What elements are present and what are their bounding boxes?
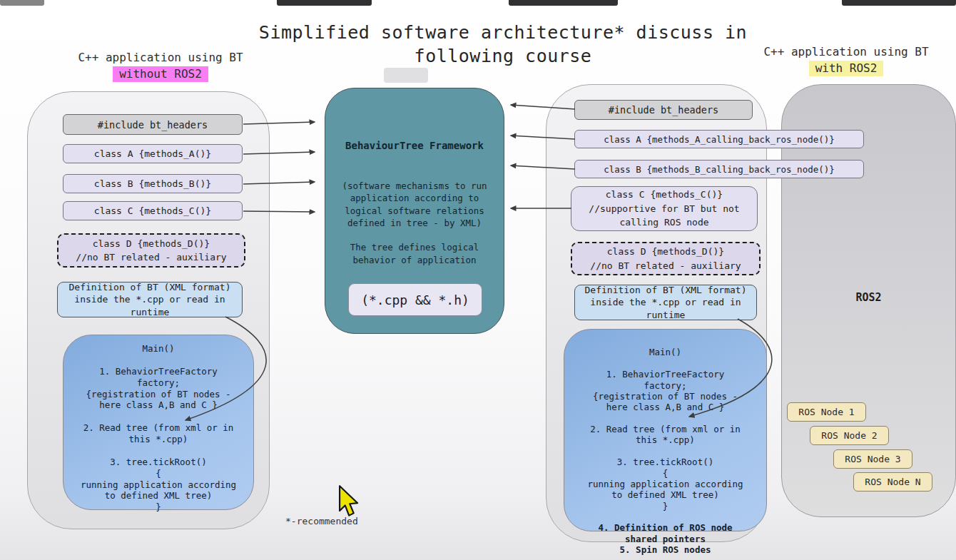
ros-node-n-box: ROS Node N (853, 472, 932, 492)
top-artifact-bar-1 (0, 0, 44, 6)
right-main-steps-1-3: Main() 1. BehaviorTreeFactory factory; {… (564, 347, 766, 511)
top-artifact-bar-3 (509, 0, 618, 6)
left-main-function-box: Main() 1. BehaviorTreeFactory factory; {… (63, 335, 254, 510)
page-title: Simplified software architecture* discus… (214, 21, 792, 68)
framework-files-box: (*.cpp && *.h) (348, 283, 482, 316)
recommended-footnote: *-recommended (285, 516, 378, 526)
right-class-b-box: class B {methods_B_calling_back_ros_node… (574, 160, 864, 178)
left-class-c-box: class C {methods_C()} (63, 201, 243, 220)
left-class-a-box: class A {methods_A()} (63, 144, 243, 163)
page-title-line1: Simplified software architecture* discus… (214, 21, 792, 45)
mouse-cursor-icon (334, 484, 361, 519)
left-column-header: C++ application using BT without ROS2 (50, 50, 271, 82)
ros-node-2-box: ROS Node 2 (810, 426, 889, 445)
right-main-function-box: Main() 1. BehaviorTreeFactory factory; {… (564, 329, 767, 531)
left-class-d-box: class D {methods_D()} //no BT related - … (57, 233, 245, 268)
right-class-a-box: class A {methods_A_calling_back_ros_node… (574, 130, 864, 148)
highlight-with-ros2: with ROS2 (809, 61, 884, 77)
right-main-steps-4-5: 4. Definition of ROS node shared pointer… (564, 522, 766, 555)
right-class-c-box: class C {methods_C()} //supportive for B… (571, 186, 758, 231)
left-bt-definition-box: Definition of BT (XML format) inside the… (57, 282, 243, 317)
framework-title: BehaviourTree Framework (325, 140, 504, 151)
left-include-bt-headers-box: #include bt_headers (63, 114, 243, 135)
right-column-header-text: C++ application using BT (736, 44, 956, 60)
highlight-without-ros2: without ROS2 (113, 66, 208, 83)
right-class-d-box: class D {methods_D()} //no BT related - … (571, 242, 761, 275)
top-artifact-bar-2 (277, 0, 372, 6)
right-column-header: C++ application using BT with ROS2 (736, 44, 956, 76)
left-column-header-text: C++ application using BT (50, 50, 271, 66)
ros-node-3-box: ROS Node 3 (833, 449, 912, 469)
right-bt-definition-box: Definition of BT (XML format) inside the… (574, 285, 757, 320)
left-class-b-box: class B {methods_B()} (63, 174, 243, 193)
ros2-panel-title: ROS2 (781, 291, 956, 304)
right-include-bt-headers-box: #include bt_headers (574, 100, 753, 120)
framework-description: (software mechanisms to run application … (325, 180, 504, 266)
ros-node-1-box: ROS Node 1 (787, 402, 866, 422)
page-title-line2: following course (214, 45, 792, 68)
behaviourtree-framework-box: BehaviourTree Framework (software mechan… (325, 88, 504, 334)
video-artifact-blob (384, 68, 428, 83)
top-artifact-bar-4 (842, 0, 956, 6)
